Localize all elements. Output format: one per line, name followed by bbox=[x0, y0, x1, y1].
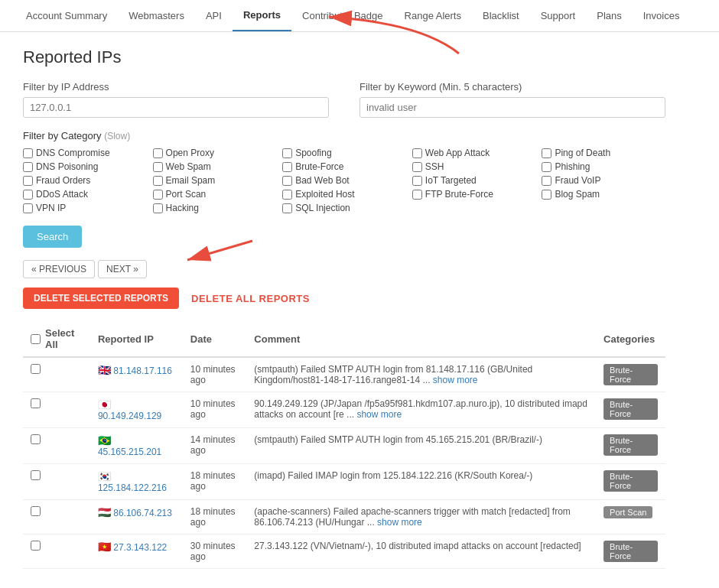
category-grid: DNS Compromise Open Proxy Spoofing Web A… bbox=[23, 148, 665, 213]
row-checkbox-cell bbox=[23, 357, 90, 392]
prev-button[interactable]: « PREVIOUS bbox=[23, 260, 95, 278]
checkbox-phishing[interactable] bbox=[542, 162, 551, 172]
row-ip-cell: 🇬🇧 81.148.17.116 bbox=[90, 357, 183, 392]
nav-contributor-badge[interactable]: Contributor Badge bbox=[291, 1, 394, 31]
delete-selected-button[interactable]: DELETE SELECTED REPORTS bbox=[23, 288, 179, 309]
row-ip-link[interactable]: 90.149.249.129 bbox=[98, 411, 161, 421]
show-more-link[interactable]: show more bbox=[356, 409, 402, 420]
row-ip-cell: 🇯🇵 90.149.249.129 bbox=[90, 392, 183, 428]
category-filter-slow: (Slow) bbox=[104, 131, 130, 141]
checkbox-email-spam[interactable] bbox=[153, 176, 163, 186]
row-checkbox-cell bbox=[23, 464, 90, 500]
row-checkbox[interactable] bbox=[31, 434, 41, 444]
row-flag: 🇯🇵 bbox=[98, 398, 111, 411]
row-checkbox-cell bbox=[23, 428, 90, 464]
checkbox-web-app-attack[interactable] bbox=[412, 148, 422, 158]
filter-section: Filter by IP Address Filter by Keyword (… bbox=[23, 81, 665, 118]
nav-invoices[interactable]: Invoices bbox=[633, 1, 691, 31]
nav-range-alerts[interactable]: Range Alerts bbox=[394, 1, 472, 31]
row-checkbox-cell bbox=[23, 534, 90, 569]
search-button[interactable]: Search bbox=[23, 226, 82, 248]
nav-reports[interactable]: Reports bbox=[233, 0, 291, 31]
checkbox-web-spam[interactable] bbox=[153, 162, 163, 172]
category-badge: Brute-Force bbox=[604, 364, 658, 385]
row-flag: 🇰🇷 bbox=[98, 470, 111, 482]
row-ip-link[interactable]: 27.3.143.122 bbox=[113, 542, 167, 553]
checkbox-vpn-ip[interactable] bbox=[23, 203, 33, 213]
category-empty-2 bbox=[542, 203, 665, 213]
nav-plans[interactable]: Plans bbox=[586, 1, 633, 31]
category-badge: Port Scan bbox=[604, 506, 652, 518]
row-checkbox[interactable] bbox=[31, 398, 41, 408]
select-all-checkbox[interactable] bbox=[31, 334, 41, 344]
category-phishing: Phishing bbox=[542, 161, 665, 172]
category-sql-injection: SQL Injection bbox=[282, 203, 406, 213]
row-ip-link[interactable]: 125.184.122.216 bbox=[98, 482, 167, 493]
row-checkbox[interactable] bbox=[31, 470, 41, 480]
show-more-link[interactable]: show more bbox=[377, 517, 422, 528]
ip-filter-input[interactable] bbox=[23, 97, 329, 118]
category-ping-of-death: Ping of Death bbox=[542, 148, 665, 158]
row-ip-link[interactable]: 81.148.17.116 bbox=[113, 365, 172, 376]
category-hacking: Hacking bbox=[153, 203, 277, 213]
keyword-filter-input[interactable] bbox=[360, 97, 665, 118]
checkbox-ssh[interactable] bbox=[412, 162, 422, 172]
main-content: Reported IPs Filter by IP Address Filter… bbox=[0, 32, 688, 584]
next-button[interactable]: NEXT » bbox=[98, 260, 147, 278]
row-checkbox[interactable] bbox=[31, 506, 41, 516]
checkbox-fraud-orders[interactable] bbox=[23, 176, 33, 186]
category-iot-targeted: IoT Targeted bbox=[412, 175, 536, 186]
table-row: 🇧🇷 45.165.215.201 14 minutes ago (smtpau… bbox=[23, 428, 665, 464]
checkbox-hacking[interactable] bbox=[153, 203, 163, 213]
table-row: 🇻🇳 27.3.143.122 30 minutes ago 27.3.143.… bbox=[23, 534, 665, 569]
checkbox-open-proxy[interactable] bbox=[153, 148, 163, 158]
row-ip-link[interactable]: 86.106.74.213 bbox=[113, 508, 172, 518]
checkbox-spoofing[interactable] bbox=[282, 148, 292, 158]
checkbox-ddos-attack[interactable] bbox=[23, 190, 33, 200]
row-checkbox[interactable] bbox=[31, 541, 41, 551]
category-ddos-attack: DDoS Attack bbox=[23, 189, 147, 200]
row-category: Brute-Force bbox=[596, 428, 665, 464]
checkbox-sql-injection[interactable] bbox=[282, 203, 292, 213]
checkbox-fraud-voip[interactable] bbox=[542, 176, 551, 186]
checkbox-brute-force[interactable] bbox=[282, 162, 292, 172]
checkbox-iot-targeted[interactable] bbox=[412, 176, 422, 186]
category-blog-spam: Blog Spam bbox=[542, 189, 665, 200]
checkbox-ftp-brute-force[interactable] bbox=[412, 190, 422, 200]
keyword-filter-label: Filter by Keyword (Min. 5 characters) bbox=[360, 81, 665, 93]
ip-filter-group: Filter by IP Address bbox=[23, 81, 329, 118]
show-more-link[interactable]: show more bbox=[433, 375, 478, 385]
checkbox-bad-web-bot[interactable] bbox=[282, 176, 292, 186]
category-exploited-host: Exploited Host bbox=[282, 189, 406, 200]
delete-all-button[interactable]: DELETE ALL REPORTS bbox=[191, 293, 310, 304]
category-ssh: SSH bbox=[412, 161, 536, 172]
checkbox-dns-compromise[interactable] bbox=[23, 148, 33, 158]
checkbox-blog-spam[interactable] bbox=[542, 190, 551, 200]
nav-api[interactable]: API bbox=[195, 1, 233, 31]
row-comment: (smtpauth) Failed SMTP AUTH login from 4… bbox=[246, 428, 596, 464]
reports-table: Select All Reported IP Date Comment Cate… bbox=[23, 321, 665, 569]
category-vpn-ip: VPN IP bbox=[23, 203, 147, 213]
row-category: Brute-Force bbox=[596, 357, 665, 392]
category-filter-section: Filter by Category (Slow) DNS Compromise… bbox=[23, 130, 665, 213]
category-spoofing: Spoofing bbox=[282, 148, 406, 158]
row-flag: 🇬🇧 bbox=[98, 364, 111, 376]
checkbox-exploited-host[interactable] bbox=[282, 190, 292, 200]
nav-support[interactable]: Support bbox=[530, 1, 587, 31]
table-row: 🇰🇷 125.184.122.216 18 minutes ago (imapd… bbox=[23, 464, 665, 500]
row-date: 18 minutes ago bbox=[183, 500, 246, 534]
row-checkbox[interactable] bbox=[31, 364, 41, 374]
checkbox-dns-poisoning[interactable] bbox=[23, 162, 33, 172]
row-date: 14 minutes ago bbox=[183, 428, 246, 464]
checkbox-port-scan[interactable] bbox=[153, 190, 163, 200]
row-ip-cell: 🇻🇳 27.3.143.122 bbox=[90, 534, 183, 569]
nav-account-summary[interactable]: Account Summary bbox=[15, 1, 118, 31]
checkbox-ping-of-death[interactable] bbox=[542, 148, 551, 158]
row-flag: 🇧🇷 bbox=[98, 434, 111, 447]
ip-filter-label: Filter by IP Address bbox=[23, 81, 329, 93]
nav-webmasters[interactable]: Webmasters bbox=[118, 1, 195, 31]
row-ip-link[interactable]: 45.165.215.201 bbox=[98, 447, 161, 457]
category-badge: Brute-Force bbox=[604, 541, 658, 562]
page-title: Reported IPs bbox=[23, 47, 665, 67]
nav-blacklist[interactable]: Blacklist bbox=[472, 1, 530, 31]
